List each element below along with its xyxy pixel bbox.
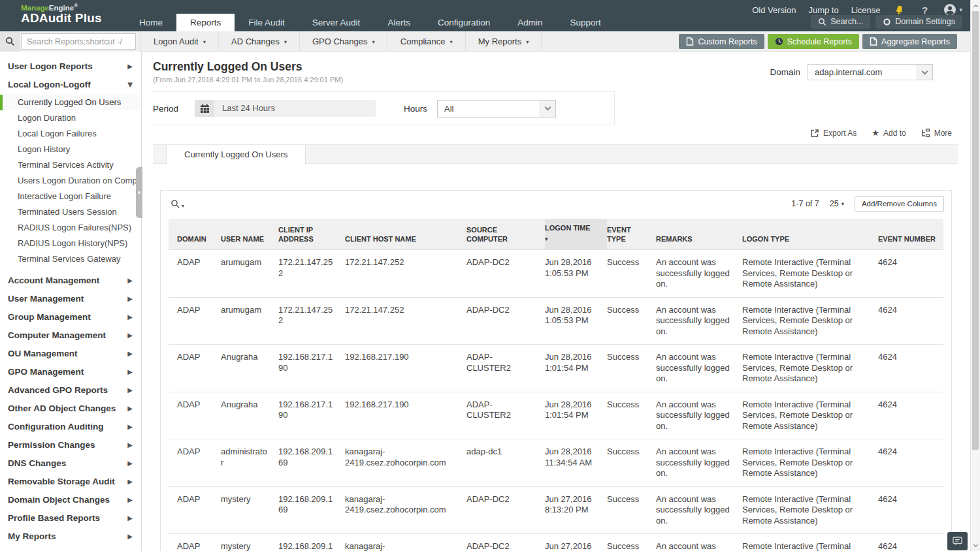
table-row[interactable]: ADAP Anugraha 192.168.217.190 192.168.21… [169, 392, 943, 439]
table-row[interactable]: ADAP arumugam 172.21.147.252 172.21.147.… [169, 250, 943, 298]
add-to-link[interactable]: ★ Add to [872, 128, 906, 138]
sidebar-category[interactable]: Configuration Auditing ▶ [0, 417, 141, 435]
feedback-chat-button[interactable] [947, 532, 968, 550]
domain-settings-button[interactable]: Domain Settings [875, 15, 962, 29]
scrollbar-thumb[interactable] [972, 11, 979, 450]
report-menu-dropdown[interactable]: AD Changes▾ [219, 31, 300, 52]
toolbar-action-button[interactable]: Aggregate Reports [862, 34, 957, 49]
sidebar-report-item[interactable]: Terminal Services Gateway [0, 251, 141, 267]
report-search-input[interactable] [21, 33, 136, 50]
sidebar-category[interactable]: Domain Object Changes ▶ [0, 490, 141, 509]
sidebar-category[interactable]: User Management ▶ [0, 289, 141, 307]
sidebar-collapse-handle[interactable] [136, 167, 142, 218]
sort-descending-icon: ▾ [545, 234, 600, 244]
nav-tab[interactable]: Home [125, 14, 176, 31]
sidebar-category[interactable]: My Reports ▶ [0, 527, 141, 545]
tab-currently-logged-on-users[interactable]: Currently Logged On Users [166, 145, 306, 165]
cell-source-computer: ADAP-DC2 [466, 250, 545, 298]
toolbar-action-button[interactable]: Custom Reports [679, 34, 764, 49]
column-header-logon-time[interactable]: LOGON TIME▾ [545, 219, 607, 250]
cell-remarks: An account was successfully logged on. [656, 486, 742, 534]
nav-tab[interactable]: Configuration [424, 14, 504, 31]
table-row[interactable]: ADAP mystery 192.168.209.169 kanagaraj-2… [169, 534, 943, 551]
sidebar-category[interactable]: GPO Management ▶ [0, 362, 141, 381]
nav-tab[interactable]: Alerts [374, 14, 424, 31]
top-link[interactable]: Jump to [808, 5, 838, 15]
nav-tab[interactable]: Support [556, 14, 614, 31]
sidebar-category[interactable]: Group Management ▶ [0, 307, 141, 326]
sidebar-report-item[interactable]: Terminal Services Activity [0, 157, 141, 173]
cell-domain: ADAP [169, 250, 221, 298]
manageengine-logo[interactable]: ManageEngine® ADAudit Plus [21, 3, 102, 25]
sidebar-category[interactable]: Permission Changes ▶ [0, 435, 141, 454]
report-menu-dropdown[interactable]: GPO Changes▾ [300, 31, 388, 52]
nav-tab[interactable]: Admin [504, 14, 556, 31]
cell-logon-type: Remote Interactive (Terminal Services, R… [742, 486, 878, 534]
user-account-menu[interactable]: ▾ [943, 3, 962, 16]
column-header-event-type[interactable]: EVENT TYPE [607, 219, 656, 250]
table-row[interactable]: ADAP Anugraha 192.168.217.190 192.168.21… [169, 345, 943, 392]
table-row[interactable]: ADAP mystery 192.168.209.169 kanagaraj-2… [169, 486, 943, 534]
chevron-right-icon: ▶ [127, 533, 133, 540]
toolbar-action-button[interactable]: Schedule Reports [768, 34, 859, 49]
sidebar-report-item[interactable]: Local Logon Failures [0, 126, 141, 142]
calendar-icon[interactable] [195, 100, 214, 117]
notifications-icon[interactable] [892, 3, 906, 16]
sidebar-report-item[interactable]: RADIUS Logon Failures(NPS) [0, 220, 141, 236]
sidebar-report-item[interactable]: Currently Logged On Users [0, 95, 141, 110]
sidebar-category-user-logon-reports[interactable]: User Logon Reports ▶ [0, 57, 141, 75]
report-menu-dropdown[interactable]: My Reports▾ [466, 31, 542, 52]
domain-select[interactable]: adap.internal.com [808, 64, 933, 80]
sidebar-category[interactable]: Computer Management ▶ [0, 326, 141, 344]
help-icon[interactable]: ? [918, 3, 931, 16]
column-header-event-number[interactable]: EVENT NUMBER [878, 219, 943, 250]
column-header-source-computer[interactable]: SOURCE COMPUTER [466, 219, 545, 250]
chevron-down-icon: ▾ [284, 32, 287, 52]
page-size-select[interactable]: 25 ▾ [830, 199, 844, 208]
sidebar-category[interactable]: Account Management ▶ [0, 271, 141, 289]
nav-tab[interactable]: Reports [176, 14, 235, 31]
column-header-domain[interactable]: DOMAIN [169, 219, 221, 250]
scroll-up-arrow[interactable] [971, 1, 980, 10]
column-header-logon-type[interactable]: LOGON TYPE [742, 219, 878, 250]
sidebar-report-item[interactable]: Users Logon Duration on Computers [0, 173, 141, 189]
column-header-client-host[interactable]: CLIENT HOST NAME [345, 219, 466, 250]
sidebar-category[interactable]: OU Management ▶ [0, 344, 141, 362]
chevron-down-icon: ▾ [182, 203, 184, 209]
report-menu-dropdown[interactable]: Compliance▾ [388, 31, 466, 52]
sidebar-category[interactable]: Profile Based Reports ▶ [0, 509, 141, 527]
sidebar-report-item[interactable]: Logon Duration [0, 110, 141, 126]
column-header-remarks[interactable]: REMARKS [656, 219, 742, 250]
period-input[interactable]: Last 24 Hours [214, 100, 376, 117]
add-remove-columns-button[interactable]: Add/Remove Columns [855, 196, 944, 212]
table-search-icon[interactable]: ▾ [171, 199, 184, 209]
sidebar-category[interactable]: Advanced GPO Reports ▶ [0, 381, 141, 399]
divider [614, 91, 615, 125]
export-as-link[interactable]: Export As [810, 128, 857, 138]
hours-select[interactable]: All [437, 100, 556, 118]
sidebar-category[interactable]: Other AD Object Changes ▶ [0, 399, 141, 417]
report-menu-dropdown[interactable]: Logon Audit▾ [141, 31, 219, 52]
search-icon[interactable] [0, 31, 20, 52]
column-header-user-name[interactable]: USER NAME [221, 219, 278, 250]
sidebar-report-item[interactable]: Logon History [0, 142, 141, 157]
chevron-right-icon: ▶ [127, 478, 133, 485]
sidebar-report-item[interactable]: Interactive Logon Failure [0, 189, 141, 204]
nav-tab[interactable]: File Audit [235, 14, 299, 31]
sidebar-category-local-logon-logoff[interactable]: Local Logon-Logoff ▼ [0, 75, 141, 93]
more-link[interactable]: More [921, 128, 952, 138]
nav-tab[interactable]: Server Audit [299, 14, 374, 31]
top-link[interactable]: License [851, 5, 881, 15]
scroll-down-arrow[interactable] [971, 541, 980, 550]
top-link[interactable]: Old Version [752, 5, 796, 15]
column-header-client-ip[interactable]: CLIENT IP ADDRESS [278, 219, 345, 250]
sidebar-category[interactable]: DNS Changes ▶ [0, 454, 141, 472]
table-row[interactable]: ADAP arumugam 172.21.147.252 172.21.147.… [169, 297, 943, 345]
cell-logon-time: Jun 28,2016 1:05:53 PM [545, 250, 607, 298]
table-row[interactable]: ADAP administrator 192.168.209.169 kanag… [169, 439, 943, 487]
sidebar-category[interactable]: Removable Storage Audit ▶ [0, 472, 141, 490]
sidebar-report-item[interactable]: RADIUS Logon History(NPS) [0, 236, 141, 251]
sidebar-report-item[interactable]: Terminated Users Session [0, 204, 141, 220]
global-search-button[interactable]: Search... [811, 15, 870, 29]
vertical-scrollbar[interactable] [970, 0, 980, 551]
